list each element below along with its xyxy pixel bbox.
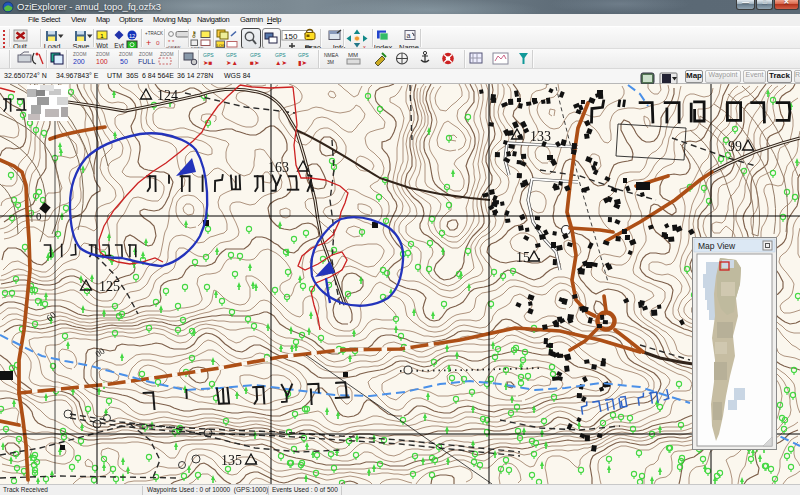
svg-text:Map View: Map View [698, 241, 736, 251]
svg-text:NMEA: NMEA [324, 52, 339, 58]
svg-text:GPS: GPS [226, 52, 237, 58]
svg-text:125: 125 [99, 279, 120, 294]
svg-text:+TRACK: +TRACK [145, 31, 163, 36]
svg-text:163: 163 [268, 160, 289, 175]
svg-text:GPS: GPS [298, 52, 309, 58]
svg-text:▲➤: ▲➤ [275, 59, 287, 66]
svg-text:GPS: GPS [250, 52, 261, 58]
svg-text:124: 124 [157, 88, 178, 103]
svg-text:▮➤: ▮➤ [298, 59, 308, 66]
svg-text:0: 0 [36, 210, 42, 222]
svg-text:MM: MM [348, 52, 358, 58]
svg-text:a: a [407, 32, 411, 39]
svg-text:15: 15 [516, 250, 530, 265]
svg-text:ZOOM: ZOOM [139, 52, 153, 57]
svg-text:➤▲: ➤▲ [226, 59, 238, 66]
svg-text:LOG: LOG [217, 43, 225, 48]
svg-text:o: o [156, 39, 160, 46]
svg-text:3M: 3M [327, 59, 334, 65]
svg-text:99: 99 [728, 139, 742, 154]
svg-text:FULL: FULL [138, 58, 155, 65]
svg-text:GPS: GPS [203, 52, 214, 58]
svg-text:133: 133 [530, 129, 551, 144]
svg-text:■➤: ■➤ [250, 59, 260, 66]
svg-text:ZOOM: ZOOM [73, 52, 87, 57]
svg-text:➤■: ➤■ [203, 59, 212, 66]
svg-text:12: 12 [129, 33, 135, 39]
svg-text:⚷: ⚷ [191, 30, 197, 39]
svg-text:ZOOM: ZOOM [119, 52, 133, 57]
svg-text:ZOOM: ZOOM [96, 52, 110, 57]
svg-text:50: 50 [120, 58, 128, 65]
svg-text:GPS: GPS [275, 52, 286, 58]
svg-text:135: 135 [221, 453, 242, 468]
svg-text:+: + [146, 38, 151, 48]
svg-text:ZOOM: ZOOM [160, 52, 174, 57]
svg-text:200: 200 [73, 58, 85, 65]
svg-text:100: 100 [96, 58, 108, 65]
